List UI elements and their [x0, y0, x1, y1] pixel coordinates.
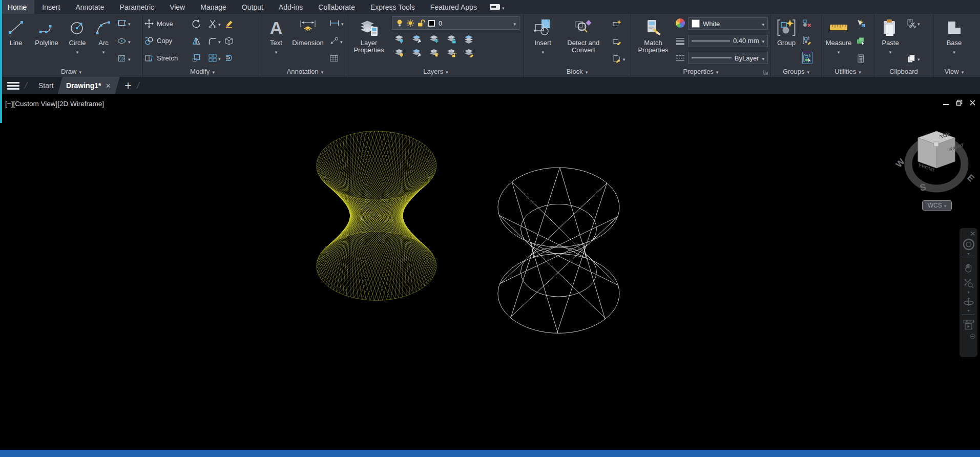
navigation-wheel-icon[interactable] [962, 238, 975, 251]
trim-button[interactable] [208, 19, 224, 28]
ungroup-button[interactable] [802, 17, 812, 29]
linetype-icon[interactable] [675, 54, 685, 64]
layer-isolate-button[interactable] [411, 33, 422, 44]
paste-button[interactable]: Paste [876, 15, 905, 66]
leader-button[interactable] [329, 35, 344, 47]
erase-button[interactable] [224, 19, 241, 28]
layer-unisolate-button[interactable] [411, 47, 422, 57]
tab-start[interactable]: Start [32, 77, 60, 94]
offset-button[interactable] [224, 53, 241, 63]
tab-annotate[interactable]: Annotate [68, 0, 112, 14]
detect-and-convert-button[interactable]: Detect and Convert [560, 15, 607, 66]
dimension-button[interactable]: Dimension [288, 15, 327, 66]
group-edit-button[interactable] [802, 35, 812, 46]
tab-featured-apps[interactable]: Featured Apps [423, 0, 485, 14]
layer-unlock-icon[interactable] [417, 19, 426, 27]
color-wheel-icon[interactable] [675, 18, 685, 28]
showmotion-icon[interactable] [962, 319, 975, 331]
restore-icon[interactable] [956, 99, 963, 106]
rectangle-button[interactable] [117, 17, 131, 29]
new-drawing-button[interactable]: + [124, 78, 132, 93]
hatch-button[interactable] [117, 53, 131, 64]
drawing-viewport[interactable]: [−][Custom View][2D Wireframe] W S E TOP… [0, 94, 980, 450]
drawing-canvas[interactable] [0, 94, 980, 450]
turn-on-all-layers-button[interactable] [394, 47, 404, 57]
quick-select-button[interactable] [856, 17, 865, 29]
tab-manage[interactable]: Manage [193, 0, 234, 14]
layer-thaw-icon[interactable] [406, 19, 414, 27]
copy-button[interactable]: Copy [144, 36, 192, 46]
linear-dimension-button[interactable] [329, 17, 344, 29]
panel-label-block[interactable]: Block [524, 66, 631, 77]
text-button[interactable]: A Text [264, 15, 288, 66]
panel-label-modify[interactable]: Modify [143, 66, 262, 77]
panel-label-properties[interactable]: Properties [631, 66, 770, 77]
lineweight-dropdown[interactable]: 0.40 mm [688, 35, 768, 47]
viewport-controls-label[interactable]: [−][Custom View][2D Wireframe] [5, 100, 104, 108]
pan-hand-icon[interactable] [963, 262, 975, 274]
polyline-button[interactable]: Polyline [30, 15, 63, 66]
scale-button[interactable] [192, 53, 208, 63]
tab-view[interactable]: View [162, 0, 193, 14]
tab-home[interactable]: Home [0, 0, 34, 14]
compass-east[interactable]: E [965, 173, 976, 184]
linetype-dropdown[interactable]: ByLayer [688, 52, 768, 64]
thaw-all-layers-button[interactable] [429, 47, 439, 57]
panel-label-groups[interactable]: Groups [771, 66, 821, 77]
arc-button[interactable]: Arc [92, 15, 115, 66]
cut-button[interactable] [907, 17, 920, 29]
tab-collaborate[interactable]: Collaborate [310, 0, 363, 14]
chevron-down-icon[interactable]: ▾ [967, 309, 969, 313]
chevron-down-icon[interactable]: ▾ [967, 253, 969, 256]
ellipse-button[interactable] [117, 35, 131, 47]
measure-button[interactable]: Measure [823, 15, 854, 66]
object-color-dropdown[interactable]: White [688, 17, 768, 30]
rotate-button[interactable] [192, 19, 208, 28]
layer-unlock-button[interactable] [446, 47, 456, 57]
array-button[interactable] [208, 53, 224, 63]
navbar-close-icon[interactable] [970, 231, 975, 236]
tab-insert[interactable]: Insert [34, 0, 68, 14]
tab-express-tools[interactable]: Express Tools [363, 0, 423, 14]
tab-drawing1[interactable]: Drawing1* ✕ [57, 77, 119, 94]
orbit-icon[interactable] [963, 296, 975, 308]
define-attribute-button[interactable] [612, 17, 625, 29]
layer-lock-button[interactable] [446, 33, 456, 44]
tab-parametric[interactable]: Parametric [112, 0, 162, 14]
navbar-collapse-icon[interactable] [970, 334, 975, 339]
layer-properties-button[interactable]: Layer Properties [350, 15, 388, 66]
dialog-launcher-icon[interactable] [763, 70, 768, 75]
make-current-button[interactable] [464, 33, 474, 44]
lineweight-icon[interactable] [675, 36, 685, 46]
move-button[interactable]: Move [144, 19, 192, 28]
panel-label-layers[interactable]: Layers [348, 66, 523, 77]
tab-output[interactable]: Output [234, 0, 271, 14]
wcs-dropdown[interactable]: WCS [922, 200, 952, 211]
circle-button[interactable]: Circle [63, 15, 92, 66]
attribute-manager-button[interactable] [612, 53, 625, 64]
menu-hamburger-icon[interactable] [7, 82, 19, 90]
mirror-button[interactable] [192, 36, 208, 46]
minimize-icon[interactable] [943, 99, 949, 106]
layer-match-button[interactable] [464, 47, 474, 57]
select-similar-button[interactable] [856, 35, 865, 47]
viewcube-corner[interactable] [934, 142, 939, 147]
zoom-extents-icon[interactable] [963, 277, 975, 289]
tab-add-ins[interactable]: Add-ins [271, 0, 310, 14]
close-icon[interactable] [969, 99, 976, 106]
close-tab-icon[interactable]: ✕ [106, 82, 111, 90]
layer-dropdown[interactable]: 0 [392, 16, 519, 30]
insert-button[interactable]: Insert [529, 15, 557, 66]
layer-freeze-button[interactable] [429, 33, 439, 44]
layer-color-swatch[interactable] [428, 20, 435, 27]
panel-label-draw[interactable]: Draw [0, 66, 142, 77]
panel-label-annotation[interactable]: Annotation [262, 66, 348, 77]
quick-calculator-button[interactable] [856, 53, 865, 64]
workspace-switcher-icon[interactable] [485, 0, 510, 14]
viewcube[interactable]: W S E TOP FRONT RIGHT [892, 121, 979, 198]
panel-label-clipboard[interactable]: Clipboard [874, 66, 933, 77]
stretch-button[interactable]: Stretch [144, 53, 192, 63]
group-button[interactable]: Group [773, 15, 800, 66]
explode-button[interactable] [224, 36, 241, 46]
group-selection-toggle[interactable] [802, 52, 812, 64]
